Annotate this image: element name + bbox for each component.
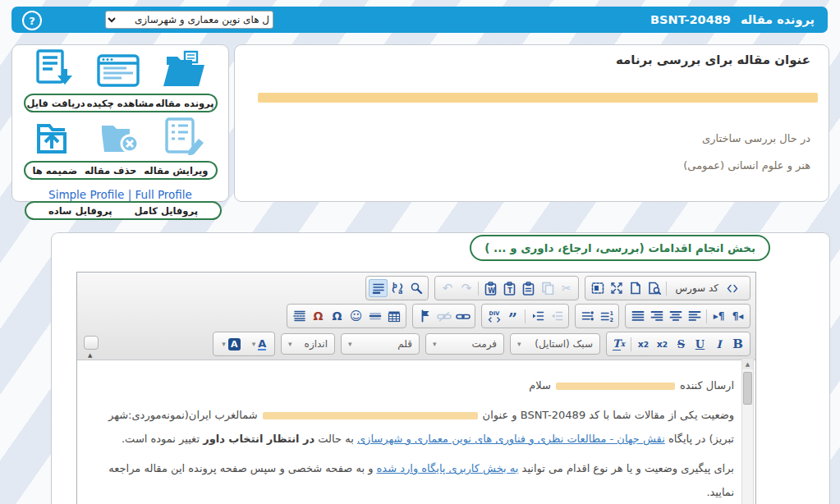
templates-icon[interactable]: [588, 279, 607, 297]
svg-text:1: 1: [609, 310, 613, 317]
redo-icon[interactable]: ↷: [457, 279, 475, 297]
style-dropdown-label: سبک (استایل): [535, 338, 593, 350]
chevron-down-icon: ▾: [517, 340, 521, 348]
text-color-icon[interactable]: ▾ A: [244, 335, 272, 353]
paragraph-ltr-icon[interactable]: ▸¶: [709, 307, 728, 325]
journal-link[interactable]: نقش جهان - مطالعات نظری و فناوری های نوی…: [357, 433, 665, 445]
special-char-icon[interactable]: Ω: [328, 307, 347, 325]
simple-profile-link[interactable]: Simple Profile: [48, 188, 124, 201]
profile-links: Simple Profile | Full Profile: [12, 188, 228, 201]
content-scrollbar[interactable]: ▲: [741, 358, 754, 504]
divider: [478, 282, 479, 296]
followup-text-1: برای پیگیری وضعیت و یا هر نوع اقدام می ت…: [518, 462, 734, 474]
svg-text:W: W: [489, 286, 496, 294]
bulleted-list-icon[interactable]: [578, 307, 597, 325]
section-title: بخش انجام اقدامات (بررسی، ارجاع، داوری و…: [484, 241, 755, 254]
journal-select[interactable]: ل های نوین معماری و شهرسازی: [105, 11, 273, 29]
download-file-label[interactable]: دریافت فایل: [26, 98, 85, 109]
delete-article-button[interactable]: [99, 119, 141, 158]
full-profile-link[interactable]: Full Profile: [135, 188, 192, 201]
editor-content[interactable]: ارسال کنندهسلام وضعیت یکی از مقالات شما …: [77, 360, 755, 504]
find-icon[interactable]: [406, 279, 425, 297]
page-break-icon[interactable]: [290, 307, 309, 325]
actions-row-1-labels: پرونده مقاله مشاهده چکیده دریافت فایل: [24, 94, 218, 112]
view-abstract-button[interactable]: [97, 53, 140, 91]
maximize-icon[interactable]: [607, 279, 626, 297]
paragraph-rtl-icon[interactable]: ¶◂: [728, 307, 747, 325]
source-code-button[interactable]: کد سورس: [669, 279, 747, 297]
format-dropdown[interactable]: ▾ فرمت: [425, 333, 504, 355]
collapse-toolbar-button[interactable]: [84, 336, 99, 350]
new-page-icon[interactable]: [626, 279, 645, 297]
article-code: BSNT-20489: [650, 13, 731, 26]
attachments-label[interactable]: ضمیمه ها: [33, 165, 78, 176]
paste-icon[interactable]: [519, 279, 538, 297]
paste-from-word-icon[interactable]: W: [481, 279, 500, 297]
div-container-icon[interactable]: DIV: [484, 307, 503, 325]
link-icon[interactable]: [453, 307, 472, 325]
select-all-icon[interactable]: [369, 279, 388, 297]
link-group: [412, 304, 475, 328]
background-color-icon[interactable]: ▾ A: [216, 335, 244, 353]
anchor-flag-icon[interactable]: [415, 307, 434, 325]
align-right-icon[interactable]: [647, 307, 666, 325]
horizontal-rule-icon[interactable]: [365, 307, 384, 325]
source-code-label: کد سورس: [675, 282, 718, 294]
block-group: DIV ”: [481, 304, 569, 328]
preview-icon[interactable]: [645, 279, 663, 297]
cut-icon[interactable]: ✂: [557, 279, 576, 297]
redacted-highlight: [258, 93, 818, 103]
copy-icon[interactable]: [538, 279, 557, 297]
replace-icon[interactable]: ba: [388, 279, 406, 297]
login-link[interactable]: به بخش کاربری پایگاه وارد شده: [377, 462, 519, 474]
svg-text:T: T: [508, 286, 513, 294]
blockquote-icon[interactable]: ”: [503, 305, 522, 328]
find-group: ba: [365, 276, 429, 300]
attachments-button[interactable]: [34, 117, 76, 158]
simple-profile-button[interactable]: پروفایل ساده: [48, 205, 112, 217]
remove-format-icon[interactable]: Tx: [609, 335, 628, 353]
help-icon[interactable]: ?: [22, 11, 42, 30]
article-file-label[interactable]: پرونده مقاله: [155, 98, 213, 109]
article-status: در حال بررسی ساختاری: [702, 132, 810, 144]
status-bold-text: در انتظار انتخاب داور: [203, 433, 314, 445]
article-file-button[interactable]: [162, 50, 206, 91]
clipboard-group: ↶ ↷ W T ✂: [434, 276, 579, 300]
align-left-icon[interactable]: [685, 307, 704, 325]
font-dropdown[interactable]: ▾ قلم: [341, 333, 420, 355]
indent-icon[interactable]: [528, 307, 547, 325]
underline-icon[interactable]: U: [691, 335, 709, 353]
superscript-icon[interactable]: x2: [634, 335, 653, 353]
numbered-list-icon[interactable]: 12: [597, 307, 616, 325]
unlink-icon[interactable]: [434, 307, 453, 325]
symbol-icon[interactable]: Ω: [309, 307, 328, 325]
article-panel: عنوان مقاله برای بررسی برنامه در حال برر…: [234, 44, 829, 202]
italic-icon[interactable]: I: [709, 335, 728, 353]
align-center-icon[interactable]: [666, 307, 685, 325]
justify-icon[interactable]: [628, 307, 647, 325]
style-dropdown[interactable]: ▾ سبک (استایل): [510, 333, 600, 355]
undo-icon[interactable]: ↶: [438, 279, 457, 297]
edit-article-label[interactable]: ویرایش مقاله: [144, 165, 208, 176]
sender-label: ارسال کننده: [680, 379, 734, 392]
size-dropdown-label: اندازه: [305, 338, 328, 350]
edit-article-button[interactable]: [163, 117, 206, 158]
scrollbar-up-arrow[interactable]: ▲: [742, 359, 753, 369]
download-file-button[interactable]: [34, 48, 74, 91]
view-abstract-label[interactable]: مشاهده چکیده: [87, 98, 154, 109]
scrollbar-thumb[interactable]: [743, 372, 752, 405]
bold-icon[interactable]: B: [728, 335, 747, 353]
smiley-icon[interactable]: ☺: [347, 307, 365, 325]
paste-as-text-icon[interactable]: T: [500, 279, 519, 297]
content-line-sender: ارسال کنندهسلام: [90, 373, 734, 397]
profile-buttons-capsule: پروفایل کامل پروفایل ساده: [25, 201, 222, 220]
delete-article-label[interactable]: حذف مقاله: [85, 165, 136, 176]
size-dropdown[interactable]: ▾ اندازه: [281, 333, 335, 355]
redacted-text: [556, 383, 675, 390]
subscript-icon[interactable]: x2: [653, 335, 672, 353]
outdent-icon[interactable]: [547, 307, 566, 325]
full-profile-button[interactable]: پروفایل کامل: [135, 205, 198, 217]
strikethrough-icon[interactable]: S: [672, 335, 691, 353]
table-icon[interactable]: [384, 307, 403, 325]
collapse-arrow-icon: ▲: [88, 352, 92, 359]
